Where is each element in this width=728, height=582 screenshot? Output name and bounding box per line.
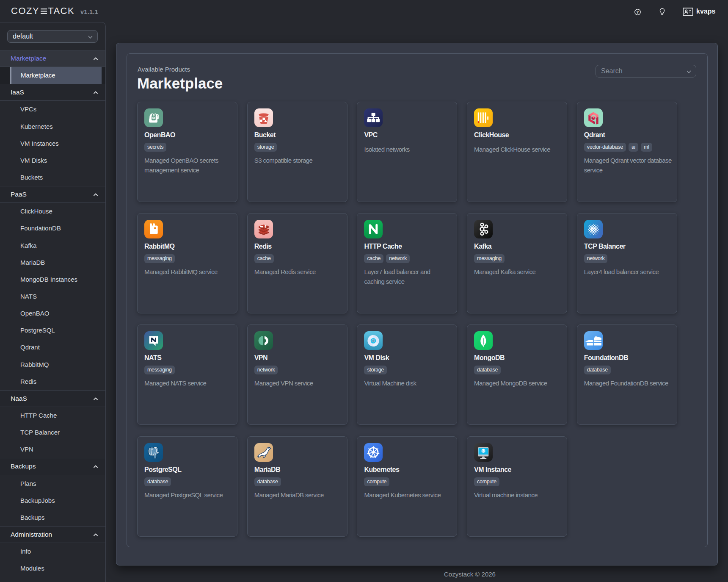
svg-text:?: ? [637, 10, 639, 14]
